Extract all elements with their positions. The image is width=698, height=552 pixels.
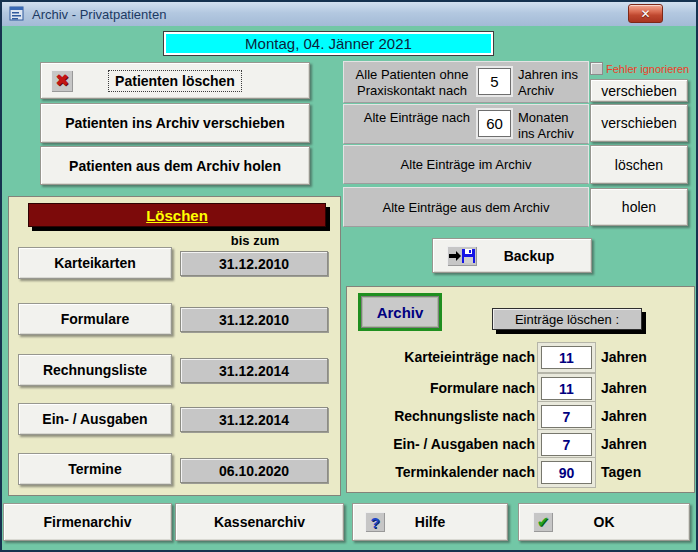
rule-unit: Monaten ins Archiv [518, 110, 588, 143]
hilfe-button[interactable]: ? Hilfe [352, 503, 508, 541]
patienten-ins-archiv-label: Patienten ins Archiv verschieben [65, 115, 285, 131]
rule-row-patients: Alle Patienten ohne Praxiskontakt nach J… [343, 61, 589, 103]
backup-disk-icon [447, 246, 477, 266]
ein-ausgaben-date-field[interactable]: 31.12.2014 [180, 407, 328, 432]
date-value: 06.10.2020 [219, 463, 289, 479]
patienten-aus-archiv-button[interactable]: Patienten aus dem Archiv holen [40, 146, 310, 185]
date-banner: Montag, 04. Jänner 2021 [163, 31, 494, 56]
date-value: 31.12.2014 [219, 412, 289, 428]
close-icon: ✕ [640, 8, 650, 20]
ok-button[interactable]: ✔ OK [518, 503, 690, 541]
rule-unit: Jahren ins Archiv [518, 67, 588, 100]
ein-ausgaben-years-input[interactable] [541, 433, 592, 456]
archiv-title-button[interactable]: Archiv [358, 293, 442, 331]
karteieintraege-unit: Jahren [601, 349, 647, 365]
titlebar: Archiv - Privatpatienten ✕ [2, 2, 696, 26]
termine-button[interactable]: Termine [18, 453, 172, 485]
loeschen-header-label: Löschen [146, 207, 208, 224]
formulare-years-input[interactable] [541, 377, 592, 400]
karteieintraege-years-input[interactable] [541, 346, 592, 369]
patienten-ins-archiv-button[interactable]: Patienten ins Archiv verschieben [40, 103, 310, 143]
form-icon [9, 6, 25, 22]
rechnungsliste-unit: Jahren [601, 408, 647, 424]
formulare-nach-label: Formulare nach [355, 380, 535, 396]
rechnungsliste-label: Rechnungsliste [43, 362, 147, 378]
rule-row-archive-fetch: Alte Einträge aus dem Archiv [343, 187, 589, 227]
patienten-loeschen-button[interactable]: ✖ Patienten löschen [40, 62, 310, 99]
archiv-title-label: Archiv [377, 304, 424, 321]
karteikarten-date-field[interactable]: 31.12.2010 [180, 251, 328, 276]
holen-label: holen [622, 199, 656, 215]
termine-label: Termine [68, 461, 121, 477]
firmenarchiv-button[interactable]: Firmenarchiv [3, 503, 172, 541]
archiv-window: Archiv - Privatpatienten ✕ Montag, 04. J… [0, 0, 698, 552]
ein-ausgaben-button[interactable]: Ein- / Ausgaben [18, 403, 172, 435]
loeschen-header: Löschen [28, 203, 326, 227]
karteieintraege-label: Karteieinträge nach [355, 349, 535, 365]
ein-ausgaben-nach-label: Ein- / Ausgaben nach [355, 436, 535, 452]
termine-date-field[interactable]: 06.10.2020 [180, 458, 328, 483]
ok-check-icon: ✔ [533, 512, 553, 532]
entries-months-input[interactable] [478, 110, 511, 137]
bis-zum-label: bis zum [215, 233, 295, 248]
fehler-ignorieren-label: Fehler ignorieren [606, 63, 689, 75]
formulare-button[interactable]: Formulare [18, 303, 172, 335]
patients-years-input[interactable] [478, 68, 511, 95]
firmenarchiv-label: Firmenarchiv [44, 514, 132, 530]
rechnungsliste-button[interactable]: Rechnungsliste [18, 354, 172, 386]
terminkalender-nach-label: Terminkalender nach [355, 464, 535, 480]
terminkalender-days-input[interactable] [541, 461, 592, 484]
rule-row-entries: Alte Einträge nach Monaten ins Archiv [343, 104, 589, 144]
ein-ausgaben-label: Ein- / Ausgaben [42, 411, 147, 427]
rule-label: Alte Einträge aus dem Archiv [344, 200, 588, 216]
terminkalender-unit: Tagen [601, 464, 641, 480]
backup-label: Backup [504, 248, 555, 264]
rechnungsliste-nach-label: Rechnungsliste nach [355, 408, 535, 424]
rule-label: Alle Patienten ohne Praxiskontakt nach [348, 67, 476, 100]
holen-archiv-button[interactable]: holen [590, 188, 688, 226]
loeschen-label: löschen [615, 157, 663, 173]
patienten-loeschen-label: Patienten löschen [108, 70, 242, 92]
date-value: 31.12.2010 [219, 256, 289, 272]
formulare-unit: Jahren [601, 380, 647, 396]
kassenarchiv-button[interactable]: Kassenarchiv [175, 503, 344, 541]
backup-button[interactable]: Backup [432, 238, 592, 273]
formulare-label: Formulare [61, 311, 129, 327]
delete-x-icon: ✖ [51, 70, 73, 92]
kassenarchiv-label: Kassenarchiv [214, 514, 305, 530]
verschieben-patients-button[interactable]: verschieben [590, 79, 688, 102]
verschieben-entries-button[interactable]: verschieben [590, 104, 688, 142]
verschieben-label: verschieben [601, 115, 677, 131]
rule-label: Alte Einträge im Archiv [344, 157, 588, 173]
fehler-ignorieren-checkbox[interactable] [590, 62, 603, 75]
karteikarten-label: Karteikarten [54, 255, 136, 271]
rule-row-archive-delete: Alte Einträge im Archiv [343, 145, 589, 184]
rule-label: Alte Einträge nach [348, 110, 476, 126]
karteikarten-button[interactable]: Karteikarten [18, 247, 172, 279]
ok-label: OK [594, 514, 615, 530]
patienten-aus-archiv-label: Patienten aus dem Archiv holen [69, 158, 281, 174]
rechnungsliste-years-input[interactable] [541, 405, 592, 428]
hilfe-label: Hilfe [415, 514, 445, 530]
window-title: Archiv - Privatpatienten [32, 7, 166, 22]
date-value: 31.12.2014 [219, 363, 289, 379]
close-button[interactable]: ✕ [628, 4, 663, 23]
rechnungsliste-date-field[interactable]: 31.12.2014 [180, 358, 328, 383]
verschieben-label: verschieben [601, 83, 677, 99]
loeschen-archiv-button[interactable]: löschen [590, 145, 688, 184]
help-icon: ? [365, 512, 385, 532]
date-value: 31.12.2010 [219, 312, 289, 328]
ein-ausgaben-unit: Jahren [601, 436, 647, 452]
formulare-date-field[interactable]: 31.12.2010 [180, 307, 328, 332]
eintraege-loeschen-label: Einträge löschen : [492, 308, 642, 330]
